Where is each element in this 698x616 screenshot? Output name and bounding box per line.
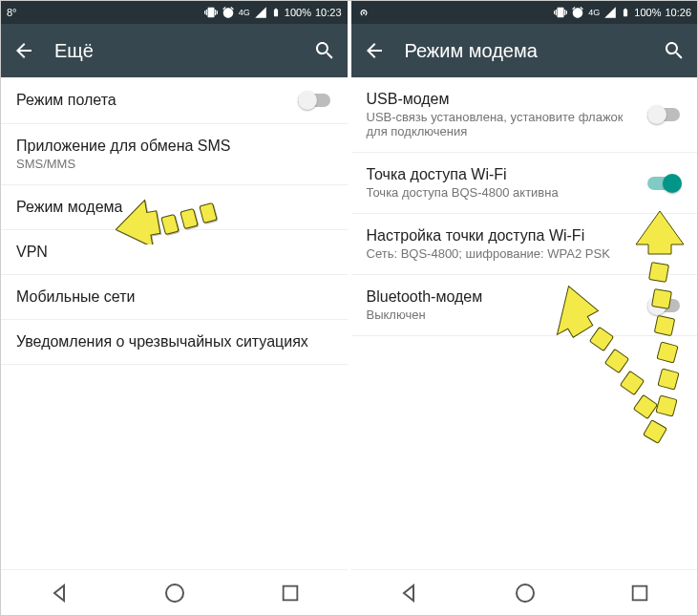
status-bar: 8° 4G 100% 10:23: [1, 1, 348, 24]
vibrate-icon: [554, 6, 567, 19]
toggle-bluetooth[interactable]: [647, 296, 682, 315]
nav-back-icon[interactable]: [48, 582, 71, 605]
svg-point-0: [166, 584, 183, 602]
item-vpn[interactable]: VPN: [1, 230, 348, 275]
hotspot-icon: [357, 6, 370, 19]
item-sms-app[interactable]: Приложение для обмена SMS SMS/MMS: [1, 124, 348, 185]
settings-list: Режим полета Приложение для обмена SMS S…: [1, 77, 348, 569]
item-title: Уведомления о чрезвычайных ситуациях: [16, 333, 332, 350]
nav-home-icon[interactable]: [514, 582, 537, 605]
svg-point-2: [517, 584, 534, 602]
page-title: Режим модема: [405, 40, 645, 62]
signal-icon: [254, 6, 267, 19]
toggle-wifi-hotspot[interactable]: [647, 174, 682, 193]
search-icon[interactable]: [313, 39, 336, 62]
phone-right: 4G 100% 10:26 Режим модема USB-модем USB…: [351, 1, 698, 615]
toolbar: Ещё: [1, 24, 348, 77]
item-bluetooth-tethering[interactable]: Bluetooth-модем Выключен: [351, 275, 698, 336]
alarm-icon: [571, 6, 584, 19]
item-tethering[interactable]: Режим модема: [1, 185, 348, 230]
item-wifi-hotspot[interactable]: Точка доступа Wi-Fi Точка доступа BQS-48…: [351, 153, 698, 214]
item-title: Настройка точки доступа Wi-Fi: [367, 227, 683, 244]
battery-label: 100%: [634, 7, 661, 18]
item-title: Режим модема: [16, 199, 332, 216]
time-label: 10:23: [315, 7, 342, 18]
signal-icon: [603, 6, 617, 19]
item-title: VPN: [16, 244, 332, 261]
item-sub: Выключен: [367, 308, 639, 322]
svg-rect-1: [283, 585, 297, 600]
item-airplane-mode[interactable]: Режим полета: [1, 77, 348, 124]
item-sub: USB-связь установлена, установите флажок…: [367, 110, 639, 138]
navbar: [351, 569, 698, 615]
back-icon[interactable]: [12, 39, 35, 62]
battery-icon: [271, 6, 281, 19]
toolbar: Режим модема: [351, 24, 698, 77]
status-bar: 4G 100% 10:26: [351, 1, 698, 24]
search-icon[interactable]: [663, 39, 686, 62]
time-label: 10:26: [665, 7, 691, 18]
alarm-icon: [222, 6, 235, 19]
item-usb-tethering[interactable]: USB-модем USB-связь установлена, установ…: [351, 77, 698, 153]
item-sub: SMS/MMS: [16, 157, 332, 171]
toggle-airplane[interactable]: [298, 91, 332, 110]
back-icon[interactable]: [363, 39, 386, 62]
item-emergency-alerts[interactable]: Уведомления о чрезвычайных ситуациях: [1, 320, 348, 365]
temp-label: 8°: [7, 7, 17, 18]
nav-back-icon[interactable]: [397, 582, 420, 605]
item-title: Режим полета: [16, 92, 288, 109]
svg-rect-3: [633, 585, 647, 600]
toggle-usb[interactable]: [647, 105, 682, 124]
nav-home-icon[interactable]: [163, 582, 186, 605]
item-title: Bluetooth-модем: [367, 288, 639, 306]
nav-recent-icon[interactable]: [280, 583, 301, 604]
item-title: Мобильные сети: [16, 288, 332, 306]
item-title: Приложение для обмена SMS: [16, 138, 332, 155]
battery-icon: [621, 6, 630, 19]
battery-label: 100%: [285, 7, 311, 18]
nav-recent-icon[interactable]: [629, 583, 650, 604]
vibrate-icon: [204, 6, 218, 19]
network-label: 4G: [239, 8, 250, 17]
navbar: [1, 569, 348, 615]
item-title: USB-модем: [367, 91, 639, 108]
item-sub: Точка доступа BQS-4800 активна: [367, 185, 639, 200]
page-title: Ещё: [54, 40, 294, 62]
settings-list: USB-модем USB-связь установлена, установ…: [351, 77, 698, 569]
network-label: 4G: [588, 8, 600, 17]
phone-left: 8° 4G 100% 10:23 Ещё Режим полета Прилож…: [1, 1, 348, 615]
item-title: Точка доступа Wi-Fi: [367, 166, 639, 183]
item-sub: Сеть: BQS-4800; шифрование: WPA2 PSK: [367, 246, 683, 261]
item-mobile-networks[interactable]: Мобильные сети: [1, 275, 348, 320]
item-hotspot-setup[interactable]: Настройка точки доступа Wi-Fi Сеть: BQS-…: [351, 214, 698, 275]
